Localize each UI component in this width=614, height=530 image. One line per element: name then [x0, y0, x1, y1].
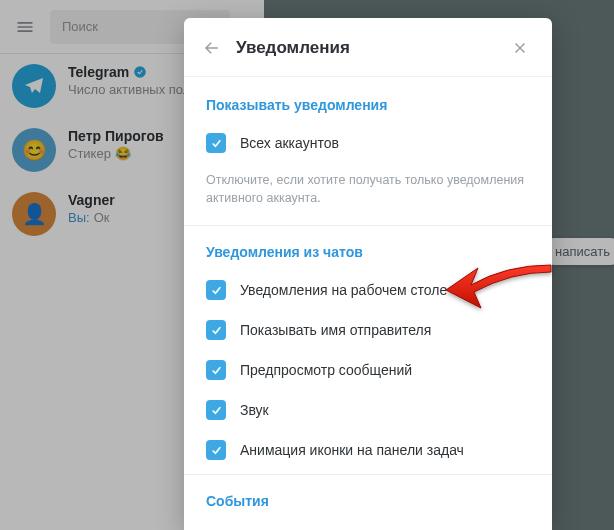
check-icon — [210, 284, 223, 297]
section-title: Показывать уведомления — [184, 83, 552, 123]
check-icon — [210, 364, 223, 377]
option-label: Всех аккаунтов — [240, 135, 339, 151]
check-icon — [210, 324, 223, 337]
checkbox[interactable] — [206, 400, 226, 420]
back-button[interactable] — [198, 34, 226, 62]
option-show-sender-name[interactable]: Показывать имя отправителя — [184, 310, 552, 350]
option-taskbar-animation[interactable]: Анимация иконки на панели задач — [184, 430, 552, 470]
checkbox[interactable] — [206, 320, 226, 340]
option-label: Уведомления на рабочем столе — [240, 282, 447, 298]
notifications-modal: Уведомления Показывать уведомления Всех … — [184, 18, 552, 530]
checkbox[interactable] — [206, 440, 226, 460]
checkbox[interactable] — [206, 360, 226, 380]
section-title: Уведомления из чатов — [184, 230, 552, 270]
check-icon — [210, 404, 223, 417]
option-desktop-notifications[interactable]: Уведомления на рабочем столе — [184, 270, 552, 310]
modal-title: Уведомления — [236, 38, 496, 58]
section-title: События — [184, 479, 552, 519]
option-label: Предпросмотр сообщений — [240, 362, 412, 378]
check-icon — [210, 444, 223, 457]
divider — [184, 474, 552, 475]
option-message-preview[interactable]: Предпросмотр сообщений — [184, 350, 552, 390]
option-sound[interactable]: Звук — [184, 390, 552, 430]
option-all-accounts[interactable]: Всех аккаунтов — [184, 123, 552, 163]
close-icon — [511, 39, 529, 57]
close-button[interactable] — [506, 34, 534, 62]
checkbox[interactable] — [206, 280, 226, 300]
arrow-left-icon — [203, 39, 221, 57]
option-label: Анимация иконки на панели задач — [240, 442, 464, 458]
checkbox[interactable] — [206, 133, 226, 153]
section-note: Отключите, если хотите получать только у… — [184, 163, 552, 221]
option-label: Показывать имя отправителя — [240, 322, 431, 338]
divider — [184, 225, 552, 226]
option-label: Звук — [240, 402, 269, 418]
check-icon — [210, 137, 223, 150]
